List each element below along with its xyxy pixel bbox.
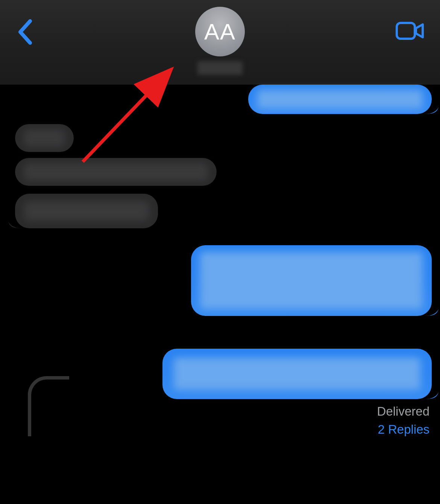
message-bubble-received[interactable] [15,194,158,228]
message-bubble-sent[interactable] [191,245,432,316]
facetime-button[interactable] [396,21,425,41]
message-text [257,90,423,109]
message-text [24,129,65,147]
message-bubble-received[interactable] [15,124,74,152]
bubble-tail-icon [425,302,438,316]
message-text [24,163,208,181]
back-button[interactable] [16,19,35,45]
thread-reply-connector [28,376,69,436]
bubble-tail-icon [425,386,438,399]
contact-name[interactable] [197,61,243,75]
thread-replies-link[interactable]: 2 Replies [378,422,429,437]
delivery-status: Delivered [377,404,429,419]
avatar-initials: AA [204,19,236,45]
svg-rect-0 [397,23,415,39]
conversation-header: AA [0,0,440,85]
message-bubble-sent[interactable] [248,85,432,114]
contact-avatar[interactable]: AA [195,7,245,56]
message-text [174,358,420,390]
video-camera-icon [396,21,425,41]
bubble-tail-icon [8,215,22,228]
messages-thread: Delivered 2 Replies [0,85,440,504]
message-bubble-sent[interactable] [162,349,432,399]
chevron-left-icon [16,19,35,45]
message-bubble-received[interactable] [15,158,217,186]
message-text [200,252,423,309]
bubble-tail-icon [425,100,438,114]
message-text [24,201,149,221]
